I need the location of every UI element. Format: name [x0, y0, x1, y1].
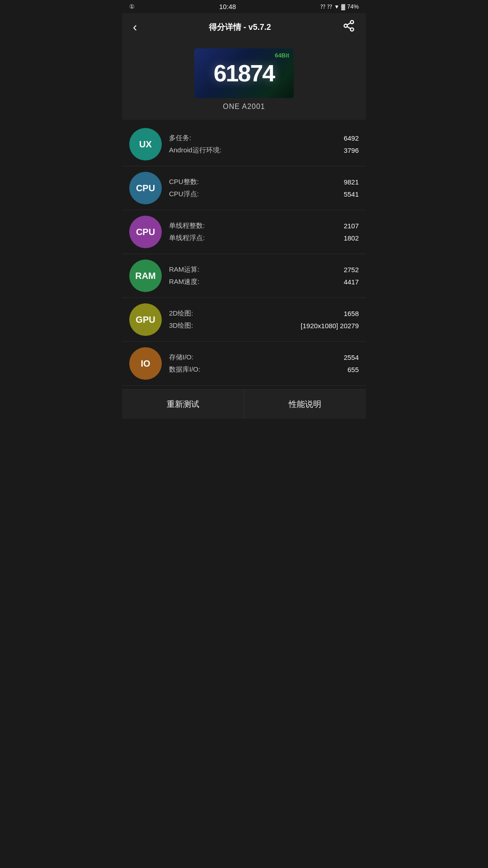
device-name: ONE A2001 — [223, 103, 265, 111]
bench-label-io-0: 存储I/O: — [169, 353, 193, 362]
bench-label-ux-1: Android运行环境: — [169, 146, 221, 155]
status-time: 10:48 — [219, 3, 236, 10]
bench-details-ux: 多任务:6492Android运行环境:3796 — [169, 134, 359, 155]
svg-line-4 — [347, 23, 351, 25]
bench-item-ram-0: RAM运算:2752 — [169, 265, 359, 274]
bench-value-ram-1: 4417 — [344, 278, 359, 286]
bench-label-io-1: 数据库I/O: — [169, 365, 200, 374]
bench-details-gpu: 2D绘图:16583D绘图:[868x488] 20279 — [169, 309, 359, 330]
bench-icon-cpu-multi: CPU — [129, 172, 162, 204]
bench-item-io-1: 数据库I/O:655 — [169, 365, 359, 374]
bench-item-ux-0: 多任务:6492 — [169, 134, 359, 142]
svg-point-1 — [344, 24, 347, 28]
bench-row-io: IO存储I/O:2554数据库I/O:655 — [122, 342, 366, 386]
status-icons: ⁇ ⁇ ▼ ▓ 74% — [320, 3, 359, 10]
bench-item-cpu-multi-1: CPU浮点:5541 — [169, 190, 359, 198]
header: ‹ 得分详情 - v5.7.2 — [122, 13, 366, 41]
bench-value-gpu-1: [868x488] 20279 — [301, 322, 359, 330]
bottom-buttons: 重新测试 性能说明 — [122, 389, 366, 419]
bench-value-ux-0: 6492 — [344, 134, 359, 142]
bench-value-gpu-0: 1658 — [344, 310, 359, 317]
bench-details-cpu-single: 单线程整数:2107单线程浮点:1802 — [169, 222, 359, 242]
back-button[interactable]: ‹ — [131, 18, 139, 36]
status-bar: ① 10:48 ⁇ ⁇ ▼ ▓ 74% — [122, 0, 366, 13]
bench-value-ram-0: 2752 — [344, 266, 359, 274]
bench-label-ux-0: 多任务: — [169, 134, 191, 142]
bench-icon-cpu-single: CPU — [129, 216, 162, 248]
svg-point-2 — [351, 28, 354, 31]
bench-row-cpu-single: CPU单线程整数:2107单线程浮点:1802 — [122, 210, 366, 254]
battery-percent: 74% — [347, 3, 359, 10]
bench-item-gpu-1: 3D绘图:[868x488] 20279 — [169, 321, 359, 330]
bench-value-io-0: 2554 — [344, 354, 359, 361]
bench-item-cpu-single-0: 单线程整数:2107 — [169, 222, 359, 230]
bench-item-ux-1: Android运行环境:3796 — [169, 146, 359, 155]
share-button[interactable] — [341, 18, 357, 37]
bench-label-gpu-0: 2D绘图: — [169, 309, 193, 318]
bench-value-cpu-multi-1: 5541 — [344, 190, 359, 198]
bench-icon-gpu: GPU — [129, 303, 162, 336]
benchmark-list: UX多任务:6492Android运行环境:3796CPUCPU整数:9821C… — [122, 123, 366, 386]
bench-value-io-1: 655 — [347, 366, 359, 373]
bench-value-ux-1: 3796 — [344, 146, 359, 154]
bench-row-cpu-multi: CPUCPU整数:9821CPU浮点:5541 — [122, 166, 366, 210]
bench-icon-ram: RAM — [129, 259, 162, 292]
svg-point-0 — [351, 20, 354, 24]
bench-details-ram: RAM运算:2752RAM速度:4417 — [169, 265, 359, 286]
explain-button[interactable]: 性能说明 — [244, 390, 366, 419]
bench-icon-ux: UX — [129, 128, 162, 160]
bench-label-gpu-1: 3D绘图: — [169, 321, 193, 330]
sim-icon: ⁇ — [320, 4, 325, 10]
svg-line-3 — [347, 27, 351, 29]
bench-row-ram: RAMRAM运算:2752RAM速度:4417 — [122, 254, 366, 298]
bench-label-ram-0: RAM运算: — [169, 265, 200, 274]
page-title: 得分详情 - v5.7.2 — [209, 22, 271, 33]
bench-label-cpu-multi-1: CPU浮点: — [169, 190, 199, 198]
bench-item-ram-1: RAM速度:4417 — [169, 278, 359, 286]
wifi-icon: ▼ — [334, 4, 339, 10]
bench-value-cpu-single-1: 1802 — [344, 234, 359, 242]
score-badge: 64Bit 61874 — [194, 48, 294, 98]
bench-label-cpu-single-1: 单线程浮点: — [169, 234, 205, 242]
bench-label-ram-1: RAM速度: — [169, 278, 200, 286]
bench-label-cpu-multi-0: CPU整数: — [169, 178, 199, 186]
bench-row-ux: UX多任务:6492Android运行环境:3796 — [122, 123, 366, 166]
bench-label-cpu-single-0: 单线程整数: — [169, 222, 205, 230]
bench-item-gpu-0: 2D绘图:1658 — [169, 309, 359, 318]
bench-item-cpu-multi-0: CPU整数:9821 — [169, 178, 359, 186]
score-section: 64Bit 61874 ONE A2001 — [122, 41, 366, 120]
bench-value-cpu-multi-0: 9821 — [344, 178, 359, 186]
bench-item-cpu-single-1: 单线程浮点:1802 — [169, 234, 359, 242]
bench-details-cpu-multi: CPU整数:9821CPU浮点:5541 — [169, 178, 359, 198]
bench-value-cpu-single-0: 2107 — [344, 222, 359, 230]
bit-badge: 64Bit — [275, 52, 289, 59]
bench-details-io: 存储I/O:2554数据库I/O:655 — [169, 353, 359, 374]
retest-button[interactable]: 重新测试 — [122, 390, 244, 419]
bench-icon-io: IO — [129, 347, 162, 380]
sim2-icon: ⁇ — [327, 4, 332, 10]
bench-item-io-0: 存储I/O:2554 — [169, 353, 359, 362]
total-score: 61874 — [214, 60, 275, 87]
battery-icon: ▓ — [341, 4, 345, 10]
status-notification: ① — [129, 3, 135, 10]
bench-row-gpu: GPU2D绘图:16583D绘图:[868x488] 20279 — [122, 298, 366, 342]
